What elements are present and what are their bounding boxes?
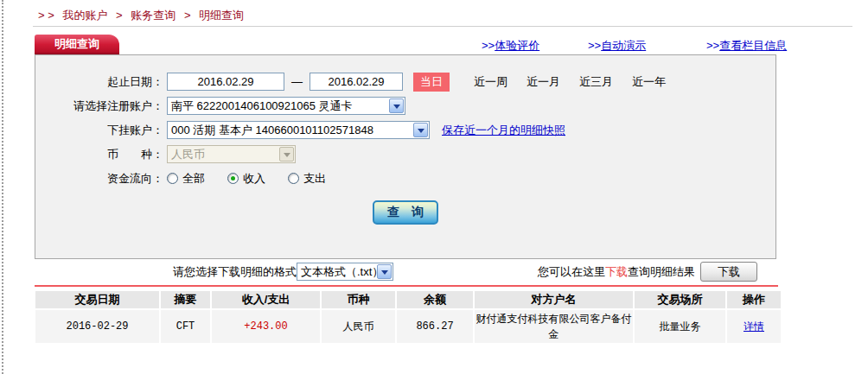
quick-quarter-button[interactable]: 近三月: [579, 74, 613, 90]
col-header-balance: 余额: [397, 291, 473, 308]
radio-income-label: 收入: [243, 171, 265, 187]
sub-account-select[interactable]: 000 活期 基本户 1406600101102571848: [167, 121, 430, 139]
cell-currency: 人民币: [322, 310, 395, 343]
query-form-panel: 起止日期： — 当日 近一周 近一月 近三月 近一年 请选择注册账户： 南平 6…: [35, 54, 776, 259]
col-header-counterparty: 对方户名: [475, 291, 633, 308]
sub-account-label: 下挂账户：: [35, 123, 163, 138]
breadcrumb-separator: >: [184, 9, 191, 22]
breadcrumb: > > 我的账户 > 账务查询 > 明细查询: [33, 8, 244, 23]
currency-row: 币 种： 人民币: [35, 145, 775, 163]
detail-link[interactable]: 详情: [744, 320, 764, 333]
cell-balance: 866.27: [397, 310, 473, 343]
chevron-down-icon: [413, 123, 428, 137]
quick-year-button[interactable]: 近一年: [632, 74, 666, 90]
download-format-value: 文本格式（.txt）: [297, 264, 377, 280]
save-snapshot-link[interactable]: 保存近一个月的明细快照: [442, 123, 565, 138]
chevron-down-icon: [279, 147, 294, 162]
register-account-value: 南平 6222001406100921065 灵通卡: [168, 98, 356, 114]
breadcrumb-prefix: > >: [38, 9, 54, 22]
chevron-down-icon: [389, 98, 404, 113]
radio-icon: [288, 173, 299, 184]
date-separator: —: [291, 75, 303, 88]
link-arrow-prefix: >>: [706, 39, 719, 52]
register-account-label: 请选择注册账户：: [35, 98, 163, 114]
link-arrow-prefix: >>: [588, 39, 601, 52]
link-arrow-prefix: >>: [482, 39, 495, 52]
table-header-row: 交易日期 摘要 收入/支出 币种 余额 对方户名 交易场所 操作: [35, 291, 781, 308]
auto-demo-link[interactable]: >>自动演示: [588, 38, 646, 54]
currency-select: 人民币: [167, 145, 296, 163]
col-header-amount: 收入/支出: [212, 291, 320, 308]
left-dotted-border: [2, 0, 3, 374]
view-column-info-link[interactable]: >>查看栏目信息: [706, 38, 787, 54]
transaction-table: 交易日期 摘要 收入/支出 币种 余额 对方户名 交易场所 操作 2016-02…: [34, 289, 782, 345]
breadcrumb-separator: >: [116, 9, 123, 22]
quick-month-button[interactable]: 近一月: [527, 74, 560, 90]
page: > > 我的账户 > 账务查询 > 明细查询 明细查询 >>体验评价 >>自动演…: [0, 0, 868, 374]
download-format-select[interactable]: 文本格式（.txt）: [297, 263, 393, 281]
col-header-currency: 币种: [322, 291, 395, 308]
radio-checked-icon: [227, 173, 239, 184]
register-account-select[interactable]: 南平 6222001406100921065 灵通卡: [167, 97, 405, 115]
cell-summary: CFT: [161, 310, 210, 343]
radio-expense-label: 支出: [303, 171, 326, 187]
register-account-row: 请选择注册账户： 南平 6222001406100921065 灵通卡: [35, 97, 775, 115]
cell-date: 2016-02-29: [35, 310, 159, 343]
radio-all-label: 全部: [182, 171, 205, 187]
col-header-date: 交易日期: [35, 291, 159, 308]
fund-direction-label: 资金流向：: [35, 171, 163, 187]
radio-icon: [167, 173, 178, 184]
sub-account-value: 000 活期 基本户 1406600101102571848: [168, 123, 377, 138]
download-row: 请您选择下载明细的格式 文本格式（.txt） 您可以在这里 下载 查询明细结果 …: [35, 262, 776, 282]
end-date-input[interactable]: [310, 73, 403, 91]
radio-all[interactable]: 全部: [167, 171, 205, 187]
col-header-place: 交易场所: [635, 291, 725, 308]
col-header-summary: 摘要: [161, 291, 210, 308]
download-hint-before: 您可以在这里: [538, 264, 605, 280]
fund-direction-row: 资金流向： 全部 收入 支出: [35, 169, 775, 187]
header-divider: [33, 26, 852, 27]
breadcrumb-item-account-query[interactable]: 账务查询: [131, 9, 176, 22]
radio-expense[interactable]: 支出: [288, 171, 326, 187]
quick-week-button[interactable]: 近一周: [474, 74, 507, 90]
radio-income[interactable]: 收入: [227, 171, 265, 187]
tab-detail-query[interactable]: 明细查询: [35, 35, 119, 54]
currency-value: 人民币: [168, 147, 208, 162]
table-row: 2016-02-29 CFT +243.00 人民币 866.27 财付通支付科…: [35, 310, 781, 343]
sub-account-row: 下挂账户： 000 活期 基本户 1406600101102571848 保存近…: [35, 121, 775, 139]
experience-review-link[interactable]: >>体验评价: [482, 38, 539, 54]
download-button[interactable]: 下载: [700, 262, 757, 282]
query-button[interactable]: 查 询: [373, 200, 438, 225]
col-header-action: 操作: [727, 291, 781, 308]
cell-action: 详情: [727, 310, 781, 343]
quick-today-button[interactable]: 当日: [413, 73, 450, 92]
download-hint-after: 查询明细结果: [628, 264, 695, 280]
cell-place: 批量业务: [635, 310, 725, 343]
download-format-label: 请您选择下载明细的格式: [173, 264, 297, 280]
currency-label: 币 种：: [35, 147, 163, 162]
download-inline-link[interactable]: 下载: [605, 264, 628, 280]
red-divider: [35, 285, 778, 287]
cell-counterparty: 财付通支付科技有限公司客户备付金: [475, 310, 633, 343]
date-range-label: 起止日期：: [35, 74, 163, 90]
date-range-row: 起止日期： — 当日 近一周 近一月 近三月 近一年: [35, 73, 775, 91]
breadcrumb-item-detail-query[interactable]: 明细查询: [199, 9, 244, 22]
start-date-input[interactable]: [167, 73, 284, 91]
cell-amount: +243.00: [212, 310, 320, 343]
breadcrumb-item-my-account[interactable]: 我的账户: [62, 9, 107, 22]
chevron-down-icon: [377, 264, 392, 279]
